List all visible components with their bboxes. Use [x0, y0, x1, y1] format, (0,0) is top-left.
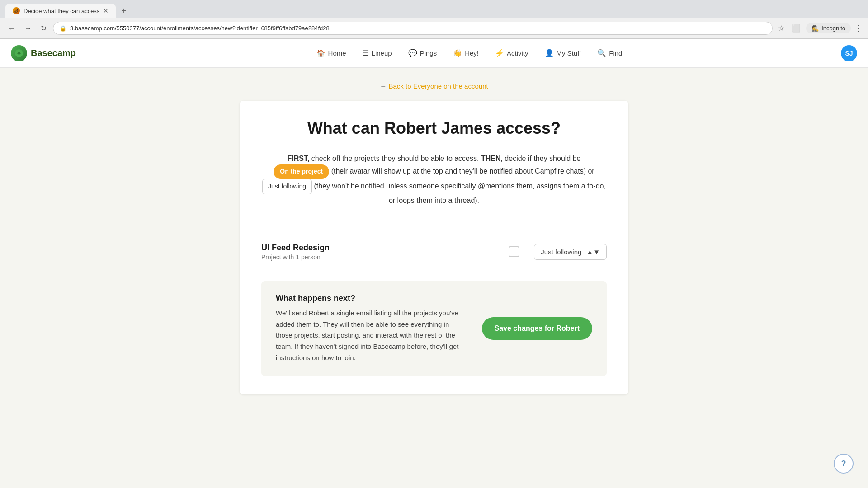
find-icon: 🔍: [597, 49, 606, 57]
help-button[interactable]: ?: [834, 454, 854, 474]
favicon-icon: 🏕: [13, 7, 20, 14]
content-wrapper: ← Back to Everyone on the account What c…: [231, 68, 637, 409]
incognito-button[interactable]: 🕵 Incognito: [806, 23, 851, 33]
lineup-icon: ☰: [363, 49, 369, 57]
browser-window: 🏕 Decide what they can access ✕ + ← → ↻ …: [0, 0, 868, 39]
dropdown-arrow-icon: ▲▼: [586, 248, 600, 256]
toolbar-right: ☆ ⬜ 🕵 Incognito ⋮: [776, 22, 863, 34]
refresh-button[interactable]: ↻: [38, 22, 49, 34]
tab-close-icon[interactable]: ✕: [103, 7, 108, 14]
divider: [261, 223, 607, 223]
logo-icon: [11, 45, 27, 61]
mystuff-icon: 👤: [545, 49, 554, 57]
lock-icon: 🔒: [60, 25, 66, 32]
project-checkbox[interactable]: [509, 246, 519, 257]
project-name: UI Feed Redesign: [261, 243, 494, 253]
nav-pings[interactable]: 💬 Pings: [401, 45, 444, 61]
active-tab[interactable]: 🏕 Decide what they can access ✕: [5, 4, 116, 18]
next-text: What happens next? We'll send Robert a s…: [276, 294, 467, 364]
nav-activity-label: Activity: [507, 49, 528, 57]
project-access-dropdown[interactable]: On the project Just following ▲▼: [534, 244, 607, 260]
app-wrapper: Basecamp 🏠 Home ☰ Lineup 💬 Pings 👋 Hey! …: [0, 39, 868, 488]
nav-lineup-label: Lineup: [372, 49, 392, 57]
star-button[interactable]: ☆: [776, 22, 786, 34]
new-tab-button[interactable]: +: [118, 5, 130, 18]
logo-text: Basecamp: [31, 48, 76, 58]
pings-icon: 💬: [408, 49, 417, 57]
forward-button[interactable]: →: [22, 23, 34, 34]
nav-hey[interactable]: 👋 Hey!: [446, 45, 486, 61]
next-card: What happens next? We'll send Robert a s…: [261, 281, 607, 376]
then-label: THEN,: [481, 155, 503, 162]
logo-link[interactable]: Basecamp: [11, 45, 76, 61]
browser-toolbar: ← → ↻ 🔒 3.basecamp.com/5550377/account/e…: [0, 18, 868, 39]
nav-home[interactable]: 🏠 Home: [309, 45, 354, 61]
address-text: 3.basecamp.com/5550377/account/enrollmen…: [70, 25, 330, 32]
incognito-icon: 🕵: [811, 25, 819, 32]
page-content: ← Back to Everyone on the account What c…: [0, 68, 868, 488]
first-label: FIRST,: [288, 155, 310, 162]
project-info: UI Feed Redesign Project with 1 person: [261, 243, 494, 261]
home-icon: 🏠: [316, 49, 326, 57]
project-meta: Project with 1 person: [261, 253, 494, 261]
main-card: What can Robert James access? FIRST, che…: [240, 101, 628, 394]
back-button[interactable]: ←: [5, 23, 18, 34]
back-link-container: ← Back to Everyone on the account: [240, 82, 628, 90]
nav-pings-label: Pings: [420, 49, 437, 57]
back-link[interactable]: Back to Everyone on the account: [389, 82, 488, 90]
tab-title: Decide what they can access: [24, 8, 99, 14]
activity-icon: ⚡: [495, 49, 504, 57]
browser-menu-button[interactable]: ⋮: [854, 23, 863, 33]
on-the-project-badge: On the project: [274, 164, 329, 179]
nav-find[interactable]: 🔍 Find: [590, 45, 629, 61]
nav-mystuff[interactable]: 👤 My Stuff: [538, 45, 589, 61]
back-arrow: ←: [380, 82, 387, 90]
save-changes-button[interactable]: Save changes for Robert: [482, 317, 593, 340]
project-row: UI Feed Redesign Project with 1 person O…: [261, 234, 607, 270]
address-bar[interactable]: 🔒 3.basecamp.com/5550377/account/enrollm…: [53, 22, 773, 35]
avatar[interactable]: SJ: [841, 45, 857, 61]
app-nav: Basecamp 🏠 Home ☰ Lineup 💬 Pings 👋 Hey! …: [0, 39, 868, 68]
instructions-text4: (they won't be notified unless someone s…: [312, 182, 606, 204]
instructions-text1: check off the projects they should be ab…: [309, 155, 481, 162]
access-select[interactable]: On the project Just following: [541, 248, 584, 256]
hey-icon: 👋: [453, 49, 462, 57]
nav-lineup[interactable]: ☰ Lineup: [355, 45, 399, 61]
just-following-badge: Just following: [262, 179, 312, 194]
next-body: We'll send Robert a single email listing…: [276, 308, 467, 364]
nav-items: 🏠 Home ☰ Lineup 💬 Pings 👋 Hey! ⚡ Activit…: [98, 45, 841, 61]
incognito-label: Incognito: [821, 25, 845, 32]
nav-mystuff-label: My Stuff: [557, 49, 581, 57]
instructions-text2: decide if they should be: [503, 155, 581, 162]
nav-activity[interactable]: ⚡ Activity: [488, 45, 536, 61]
nav-find-label: Find: [609, 49, 622, 57]
next-title: What happens next?: [276, 294, 467, 303]
tab-bar: 🏕 Decide what they can access ✕ +: [0, 0, 868, 18]
nav-home-label: Home: [328, 49, 346, 57]
page-title: What can Robert James access?: [261, 119, 607, 138]
instructions-text3: (their avatar will show up at the top an…: [329, 167, 594, 175]
nav-hey-label: Hey!: [465, 49, 479, 57]
instructions: FIRST, check off the projects they shoul…: [261, 152, 607, 206]
sidebar-button[interactable]: ⬜: [790, 22, 802, 34]
